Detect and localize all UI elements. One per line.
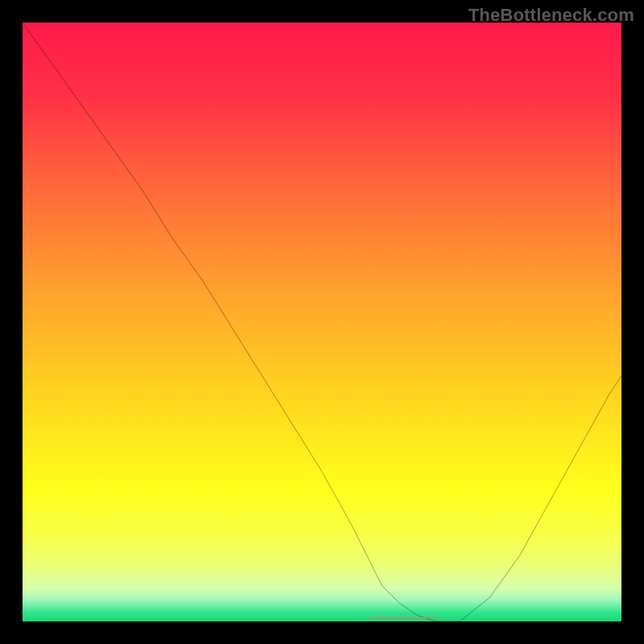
plot-area [23,23,621,621]
bottleneck-curve [23,23,621,621]
watermark-text: TheBottleneck.com [469,5,634,26]
chart-frame: TheBottleneck.com [0,0,644,644]
